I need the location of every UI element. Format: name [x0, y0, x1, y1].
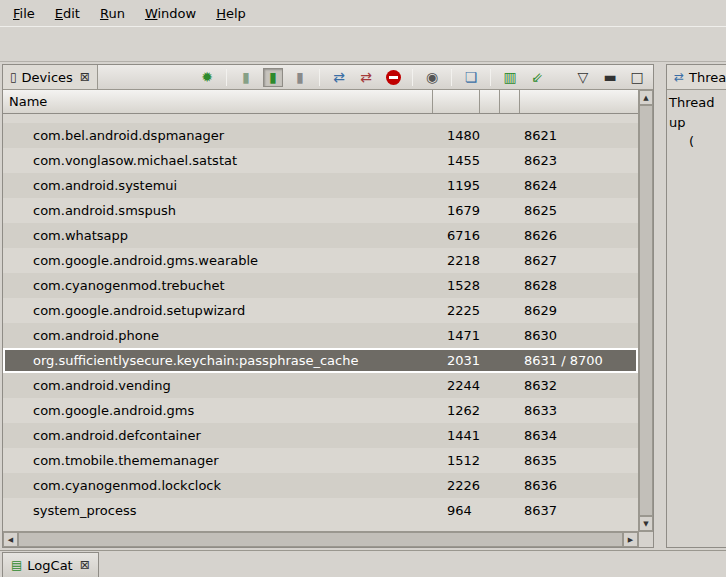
menu-item-help[interactable]: Help [207, 2, 255, 25]
stop-sign-shape [386, 70, 401, 85]
scroll-right-arrow[interactable]: ▶ [623, 532, 638, 547]
device-row[interactable]: com.android.systemui11958624 [3, 173, 638, 198]
device-row[interactable]: com.android.vending224408632 [3, 373, 638, 398]
tracing-icon[interactable]: ▥ [500, 68, 520, 87]
device-row[interactable]: system_process9648637 [3, 498, 638, 523]
pull-file-icon[interactable]: ⇙ [527, 68, 547, 87]
debug-icon[interactable]: ✹ [197, 68, 217, 87]
cell-port: 8627 [520, 253, 638, 268]
column-header-spare2[interactable] [500, 90, 520, 113]
device-row[interactable]: com.bel.android.dspmanager14808621 [3, 123, 638, 148]
cell-process-name: com.google.android.gms.wearable [3, 253, 433, 268]
cell-process-name: com.cyanogenmod.lockclock [3, 478, 433, 493]
device-row[interactable]: com.android.phone14718630 [3, 323, 638, 348]
cell-pid: 964 [433, 503, 480, 518]
cell-port: 8630 [520, 328, 638, 343]
device-row[interactable]: com.android.defcontainer144118634 [3, 423, 638, 448]
toolbar-separator [451, 69, 452, 86]
view-menu-icon[interactable]: ▽ [573, 68, 593, 87]
threads-content: Thread up ( [667, 90, 726, 155]
toolbar-separator [319, 69, 320, 86]
close-icon[interactable]: ⊠ [80, 558, 90, 572]
device-row[interactable]: com.cyanogenmod.trebuchet15288628 [3, 273, 638, 298]
maximize-icon[interactable]: □ [627, 68, 647, 87]
pid-column-header[interactable] [433, 90, 480, 113]
menu-item-run[interactable]: Run [91, 2, 134, 25]
scroll-left-arrow[interactable]: ◀ [3, 532, 18, 547]
capture-video-icon[interactable]: ❏ [461, 68, 481, 87]
cell-process-name: system_process [3, 503, 433, 518]
threads-message-line1: Thread up [669, 93, 724, 132]
cell-port: 8629 [520, 303, 638, 318]
toolbar-strip [0, 26, 726, 62]
menu-item-file[interactable]: File [4, 2, 44, 25]
horizontal-scroll-thumb[interactable] [18, 532, 623, 547]
cell-port: 8635 [520, 453, 638, 468]
scroll-down-arrow[interactable]: ▼ [639, 516, 653, 531]
column-header-spare1[interactable] [480, 90, 500, 113]
logcat-bar: ▤ LogCat ⊠ [0, 550, 726, 577]
port-column-header[interactable] [520, 90, 638, 113]
cell-process-name: com.android.defcontainer [3, 428, 433, 443]
cell-port: 8637 [520, 503, 638, 518]
cell-port: 8628 [520, 278, 638, 293]
cell-process-name: com.vonglasow.michael.satstat [3, 153, 433, 168]
cell-port: 8624 [520, 178, 638, 193]
tab-threads[interactable]: ⇄ Threads ⊠ [667, 65, 726, 89]
cell-pid: 12623 [433, 403, 480, 418]
cell-process-name: org.sufficientlysecure.keychain:passphra… [3, 353, 433, 368]
cell-process-name: com.tmobile.thememanager [3, 453, 433, 468]
vertical-scrollbar[interactable]: ▲ ▼ [638, 90, 653, 531]
threads-tabbar: ⇄ Threads ⊠ [667, 65, 726, 90]
cell-pid: 20311 [433, 353, 480, 368]
minimize-icon[interactable]: ▬ [600, 68, 620, 87]
scroll-up-arrow[interactable]: ▲ [639, 90, 653, 105]
screen-capture-icon[interactable]: ◉ [422, 68, 442, 87]
update-heap-icon[interactable]: ▮ [236, 68, 256, 87]
cell-port: 8625 [520, 203, 638, 218]
device-row[interactable]: com.google.android.gms.wearable221858627 [3, 248, 638, 273]
cell-port: 8632 [520, 378, 638, 393]
device-row[interactable]: com.google.android.gms126238633 [3, 398, 638, 423]
cell-process-name: com.android.smspush [3, 203, 433, 218]
device-row[interactable]: org.sufficientlysecure.keychain:passphra… [3, 348, 638, 373]
cell-process-name: com.android.phone [3, 328, 433, 343]
cell-pid: 1679 [433, 203, 480, 218]
menu-item-edit[interactable]: Edit [46, 2, 89, 25]
devices-panel: ▯ Devices ⊠ ✹▮▮▮⇄⇄◉❏▥⇙▽▬□ Name com.bel.a… [2, 64, 654, 548]
cell-port: 8623 [520, 153, 638, 168]
cell-pid: 22250 [433, 303, 480, 318]
horizontal-scrollbar[interactable]: ◀ ▶ [3, 531, 638, 547]
stop-process-icon[interactable] [383, 68, 403, 87]
cell-process-name: com.google.android.gms [3, 403, 433, 418]
device-row[interactable]: com.whatsapp67168626 [3, 223, 638, 248]
device-row[interactable]: com.android.smspush16798625 [3, 198, 638, 223]
menu-item-window[interactable]: Window [136, 2, 205, 25]
tab-logcat[interactable]: ▤ LogCat ⊠ [2, 552, 99, 577]
vertical-scroll-thumb[interactable] [639, 105, 653, 516]
dump-hprof-icon[interactable]: ▮ [263, 68, 283, 87]
cell-pid: 22265 [433, 478, 480, 493]
cell-pid: 22185 [433, 253, 480, 268]
cause-gc-icon[interactable]: ▮ [290, 68, 310, 87]
close-icon[interactable]: ⊠ [80, 70, 90, 84]
cell-process-name: com.whatsapp [3, 228, 433, 243]
name-column-header[interactable]: Name [3, 90, 433, 113]
device-row[interactable]: com.tmobile.thememanager15128635 [3, 448, 638, 473]
cell-port: 8634 [520, 428, 638, 443]
logcat-icon: ▤ [11, 559, 22, 571]
update-threads-icon[interactable]: ⇄ [329, 68, 349, 87]
method-profiling-icon[interactable]: ⇄ [356, 68, 376, 87]
cell-pid: 1480 [433, 128, 480, 143]
panel-sash[interactable] [654, 64, 666, 548]
tab-devices[interactable]: ▯ Devices ⊠ [3, 65, 98, 89]
main-area: ▯ Devices ⊠ ✹▮▮▮⇄⇄◉❏▥⇙▽▬□ Name com.bel.a… [0, 62, 726, 550]
device-row[interactable]: com.cyanogenmod.lockclock222658636 [3, 473, 638, 498]
threads-icon: ⇄ [674, 71, 684, 83]
device-table-body: com.bel.android.dspmanager14808621com.vo… [3, 114, 638, 531]
device-row[interactable]: com.google.android.setupwizard222508629 [3, 298, 638, 323]
device-row[interactable]: com.vonglasow.michael.satstat145538623 [3, 148, 638, 173]
cell-process-name: com.cyanogenmod.trebuchet [3, 278, 433, 293]
logcat-tab-label: LogCat [27, 558, 72, 573]
cell-process-name: com.bel.android.dspmanager [3, 128, 433, 143]
